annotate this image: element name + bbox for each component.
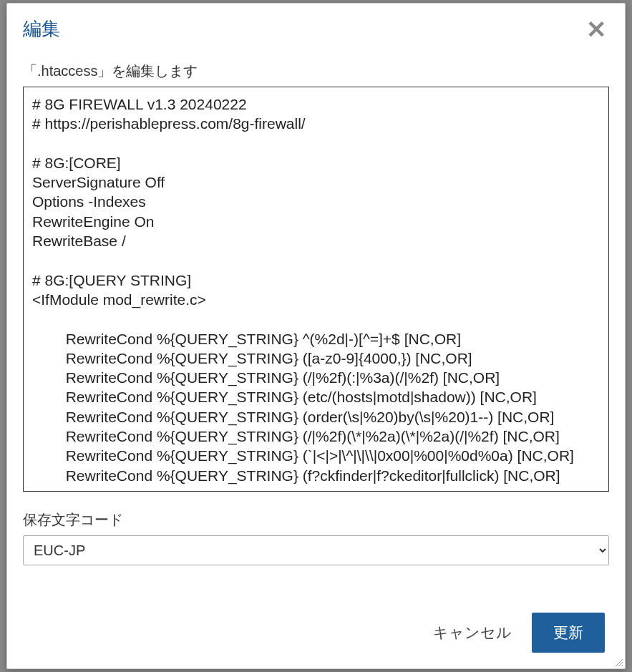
encoding-label: 保存文字コード [23, 510, 609, 530]
modal-title: 編集 [23, 16, 60, 42]
resize-handle-icon[interactable] [613, 657, 623, 667]
cancel-button[interactable]: キャンセル [430, 617, 515, 648]
encoding-select[interactable]: EUC-JP [23, 535, 609, 565]
close-icon[interactable]: ✕ [583, 17, 609, 42]
submit-button[interactable]: 更新 [532, 613, 605, 653]
modal-body: 「.htaccess」を編集します 保存文字コード EUC-JP [7, 62, 625, 593]
modal-overlay: 編集 ✕ 「.htaccess」を編集します 保存文字コード EUC-JP キャ… [0, 0, 632, 672]
edit-modal: 編集 ✕ 「.htaccess」を編集します 保存文字コード EUC-JP キャ… [6, 3, 626, 669]
editor-description: 「.htaccess」を編集します [23, 62, 609, 81]
modal-footer: キャンセル 更新 [7, 593, 625, 668]
htaccess-editor[interactable] [23, 87, 609, 492]
encoding-section: 保存文字コード EUC-JP [23, 510, 609, 565]
modal-header: 編集 ✕ [7, 4, 625, 62]
svg-line-2 [621, 665, 623, 666]
